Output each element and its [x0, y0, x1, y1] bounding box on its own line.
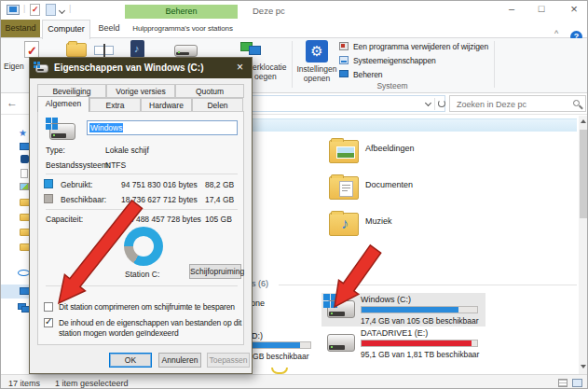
- capacity-bytes: 113 488 457 728 bytes: [121, 215, 201, 224]
- nav-documents-icon[interactable]: [21, 169, 28, 178]
- dialog-tab-delen[interactable]: Delen: [192, 98, 243, 112]
- network-label-fragment-1: erklocatie: [253, 63, 286, 72]
- scroll-down-icon[interactable]: [581, 365, 586, 368]
- documents-folder-icon: [329, 176, 359, 200]
- properties-dialog: Eigenschappen van Windows (C:) × Beveili…: [29, 57, 253, 374]
- drive-c-usage-bar: [361, 306, 478, 313]
- folder-item-documenten[interactable]: Documenten: [327, 174, 458, 203]
- index-checkbox[interactable]: ✓: [44, 318, 53, 327]
- dialog-tab-quotum[interactable]: Quotum: [175, 84, 244, 98]
- status-bar: 17 items 1 item geselecteerd: [1, 374, 588, 389]
- network-location-icon[interactable]: [240, 40, 265, 59]
- drive-e-usage-bar: [361, 340, 478, 347]
- sysprop-bar: [341, 61, 347, 63]
- ok-button[interactable]: OK: [109, 353, 152, 368]
- capacity-donut-hole: [133, 236, 154, 257]
- drive-e-item[interactable]: DATADRIVE1 (E:) 95,1 GB van 1,81 TB besc…: [321, 326, 485, 360]
- manage-item[interactable]: Beheren: [339, 69, 493, 79]
- used-size: 88,2 GB: [205, 180, 234, 189]
- drive-c-item[interactable]: Windows (C:) 17,4 GB van 105 GB beschikb…: [321, 293, 485, 326]
- network-label-fragment-2: oegen: [254, 72, 277, 81]
- folder-item-afbeeldingen[interactable]: Afbeeldingen: [327, 137, 458, 167]
- content-scrollbar[interactable]: [579, 116, 588, 374]
- details-view-icon[interactable]: [558, 379, 567, 387]
- search-box[interactable]: Zoeken in Deze pc: [449, 95, 586, 112]
- index-checkbox-label[interactable]: De inhoud en de eigenschappen van bestan…: [59, 318, 245, 338]
- checkmark: ✓: [45, 316, 52, 326]
- doc-line: [342, 190, 348, 191]
- drive-e-caption: 95,1 GB van 1,81 TB beschikbaar: [361, 350, 479, 359]
- check-glyph: ✓: [32, 5, 39, 14]
- dialog-tab-vorige-versies[interactable]: Vorige versies: [106, 84, 175, 98]
- cancel-button[interactable]: Annuleren: [158, 353, 201, 368]
- folder-tab: [331, 211, 344, 215]
- system-properties-icon: [339, 56, 349, 64]
- nav-pictures-icon[interactable]: [20, 183, 29, 190]
- tab-beeld[interactable]: Beeld: [92, 20, 126, 37]
- media-access-icon[interactable]: ♪: [130, 40, 144, 58]
- compress-checkbox[interactable]: [44, 302, 53, 312]
- dialog-close-icon[interactable]: ×: [237, 61, 243, 74]
- manage-icon: [339, 70, 349, 77]
- nav-downloads-icon[interactable]: [21, 155, 29, 163]
- tab-bestand[interactable]: Bestand: [1, 20, 40, 37]
- dialog-tab-hardware[interactable]: Hardware: [141, 98, 192, 112]
- manage-label: Beheren: [353, 70, 382, 79]
- quick-access-star-icon[interactable]: ★: [19, 128, 27, 138]
- quick-access-newfolder-icon[interactable]: [46, 4, 56, 16]
- music-note: ♪: [134, 43, 140, 54]
- properties-label-fragment: Eigen: [4, 62, 24, 71]
- disk-cleanup-button[interactable]: Schijfopruiming: [189, 264, 241, 279]
- volume-name-input[interactable]: Windows: [87, 120, 238, 135]
- device-name-fragment: one: [251, 299, 265, 308]
- scroll-up-icon[interactable]: [581, 119, 586, 123]
- ribbon-collapse-icon[interactable]: ^: [554, 29, 558, 38]
- dialog-titlebar[interactable]: Eigenschappen van Windows (C:) ×: [30, 58, 252, 78]
- volume-name-value: Windows: [89, 123, 123, 132]
- minimize-button[interactable]: –: [502, 3, 521, 14]
- dialog-drive-winflag-icon: [46, 118, 58, 130]
- used-bytes: 94 751 830 016 bytes: [121, 180, 198, 189]
- folder-label: Muziek: [365, 216, 392, 226]
- open-folder-icon[interactable]: [66, 43, 87, 57]
- rename-icon[interactable]: [94, 46, 114, 55]
- tab-hulpprogrammas[interactable]: Hulpprogramma's voor stations: [127, 20, 239, 37]
- quick-access-properties-icon[interactable]: ✓: [30, 4, 40, 16]
- thumbnails-view-icon[interactable]: [572, 379, 582, 387]
- search-icon-tail: [579, 104, 583, 109]
- folder-tab: [68, 41, 77, 45]
- divider: [46, 285, 238, 287]
- back-arrow-icon[interactable]: ←: [7, 96, 18, 109]
- folder-item-muziek[interactable]: ♪ Muziek: [327, 210, 458, 240]
- separator: [434, 98, 435, 110]
- free-size: 17,4 GB: [205, 195, 234, 204]
- close-button[interactable]: ×: [565, 2, 583, 16]
- used-label: Gebruikt:: [61, 180, 93, 189]
- refresh-icon[interactable]: [438, 100, 445, 107]
- apply-button[interactable]: Toepassen: [207, 353, 250, 368]
- address-dropdown-icon[interactable]: [425, 100, 431, 106]
- uninstall-program-item[interactable]: Een programma verwijderen of wijzigen: [339, 41, 493, 51]
- doc-line: [342, 185, 350, 186]
- quick-access-thispc-icon[interactable]: [7, 5, 20, 15]
- separator: |: [69, 4, 71, 13]
- program-tile: [341, 44, 345, 48]
- map-drive-icon[interactable]: [174, 45, 198, 57]
- free-bytes: 18 736 627 712 bytes: [121, 195, 198, 204]
- document-thumbnail: [339, 181, 353, 197]
- system-properties-item[interactable]: Systeemeigenschappen: [339, 55, 493, 65]
- music-note: ♪: [341, 215, 349, 232]
- type-value: Lokale schijf: [105, 146, 149, 155]
- tab-computer[interactable]: Computer: [42, 20, 90, 39]
- scrollbar-thumb[interactable]: [580, 130, 588, 218]
- compress-checkbox-label[interactable]: Dit station comprimeren om schijfruimte …: [59, 302, 245, 313]
- monitor-blue: [249, 46, 261, 55]
- station-label: Station C:: [125, 270, 159, 279]
- folder-label: Afbeeldingen: [365, 144, 415, 153]
- doc-line: [342, 188, 350, 188]
- maximize-button[interactable]: □: [532, 3, 551, 14]
- quick-access-dropdown-icon[interactable]: [59, 7, 65, 14]
- dialog-tab-algemeen[interactable]: Algemeen: [37, 96, 89, 112]
- dialog-tab-extra[interactable]: Extra: [89, 98, 141, 112]
- properties-icon[interactable]: ✓: [24, 41, 39, 58]
